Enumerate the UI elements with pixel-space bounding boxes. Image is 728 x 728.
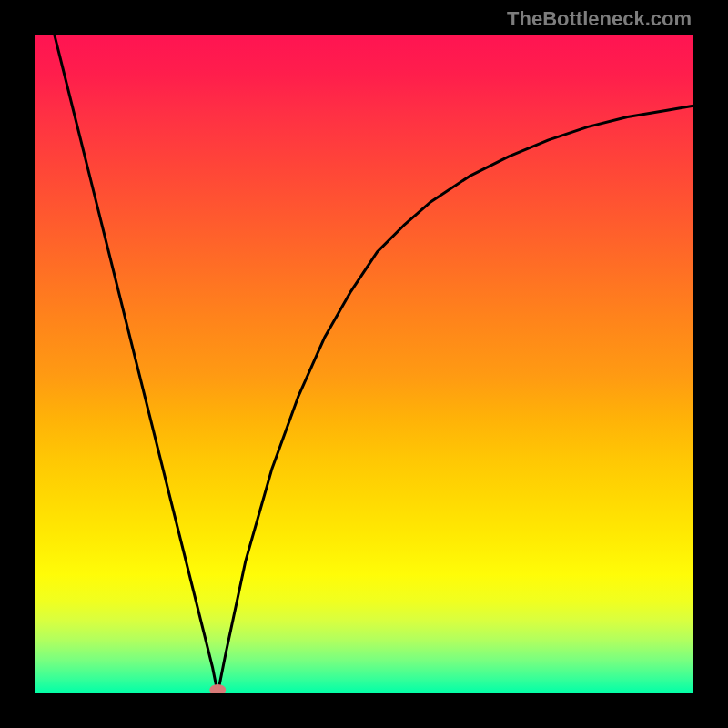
plot-area (35, 35, 693, 693)
chart-container: TheBottleneck.com (0, 0, 728, 728)
watermark: TheBottleneck.com (507, 7, 692, 31)
svg-point-0 (209, 684, 226, 693)
curve-svg (35, 35, 693, 693)
marker-svg (35, 35, 693, 693)
